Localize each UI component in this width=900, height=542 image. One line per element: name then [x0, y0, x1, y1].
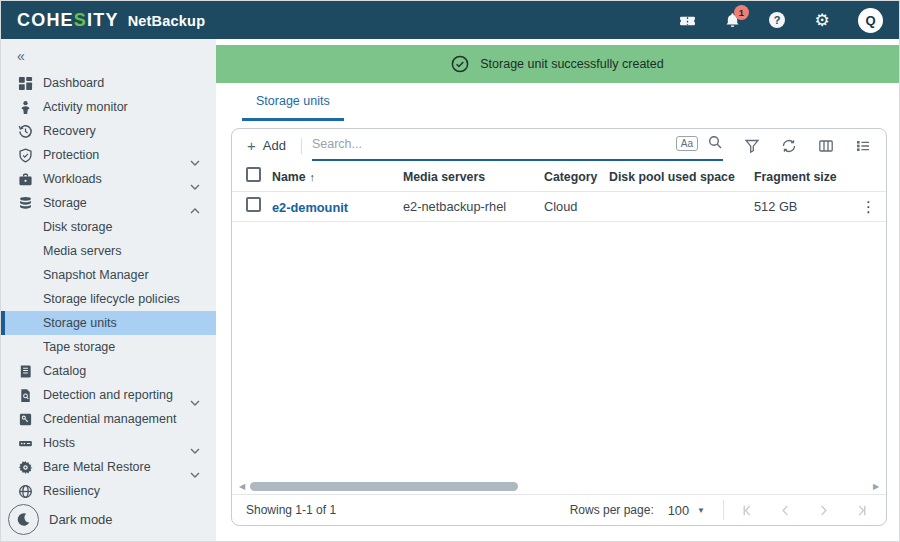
sidebar-item-resiliency[interactable]: Resiliency [1, 479, 216, 503]
column-header-disk-pool-used-space[interactable]: Disk pool used space [609, 170, 754, 184]
scrollbar-track[interactable] [247, 482, 871, 491]
cell-category: Cloud [544, 199, 609, 214]
scrollbar-thumb[interactable] [250, 482, 518, 491]
match-case-button[interactable]: Aa [676, 136, 698, 151]
filter-icon[interactable] [743, 137, 761, 155]
storage-unit-name-link[interactable]: e2-demounit [272, 200, 348, 215]
activity-monitor-icon [17, 99, 33, 115]
columns-icon[interactable] [817, 137, 835, 155]
sidebar-item-label: Catalog [43, 364, 86, 378]
refresh-icon[interactable] [780, 137, 798, 155]
dark-mode-toggle[interactable]: Dark mode [8, 504, 113, 535]
recovery-history-icon [17, 123, 33, 139]
select-all-checkbox[interactable] [246, 167, 261, 182]
sidebar-item-label: Storage [43, 196, 87, 210]
search-input[interactable] [312, 137, 667, 151]
user-avatar[interactable]: Q [858, 8, 883, 33]
column-header-fragment-size[interactable]: Fragment size [754, 170, 856, 184]
scroll-left-icon[interactable]: ◀ [237, 482, 247, 491]
netbackup-app: COHESITY NetBackup 1 ? ⚙ Q « Da [0, 0, 900, 542]
previous-page-icon[interactable] [778, 503, 792, 517]
sidebar-item-credential-management[interactable]: Credential management [1, 407, 216, 431]
table-empty-area [232, 222, 886, 479]
toolbar-icon-group [743, 137, 872, 155]
sidebar-item-dashboard[interactable]: Dashboard [1, 71, 216, 95]
column-header-media-servers[interactable]: Media servers [403, 170, 544, 184]
row-density-icon[interactable] [854, 137, 872, 155]
sidebar-item-label: Detection and reporting [43, 388, 173, 402]
sidebar-item-label: Storage lifecycle policies [43, 292, 180, 306]
sidebar-collapse-button[interactable]: « [1, 45, 216, 67]
next-page-icon[interactable] [816, 503, 830, 517]
rows-per-page-caret-icon[interactable]: ▼ [697, 506, 705, 515]
footer-right-group: Rows per page: 100 ▼ [570, 500, 874, 520]
brand-text: COHESITY [17, 10, 119, 31]
add-button[interactable]: + Add [242, 137, 291, 154]
sidebar-item-recovery[interactable]: Recovery [1, 119, 216, 143]
sidebar-item-catalog[interactable]: Catalog [1, 359, 216, 383]
sidebar-item-detection-and-reporting[interactable]: Detection and reporting [1, 383, 216, 407]
notifications-bell-icon[interactable]: 1 [723, 11, 741, 29]
sidebar-item-storage[interactable]: Storage [1, 191, 216, 215]
column-header-category[interactable]: Category [544, 170, 609, 184]
sidebar-item-label: Recovery [43, 124, 96, 138]
sidebar-item-snapshot-manager[interactable]: Snapshot Manager [1, 263, 216, 287]
moon-icon [8, 504, 39, 535]
sidebar-item-storage-lifecycle-policies[interactable]: Storage lifecycle policies [1, 287, 216, 311]
chevron-up-icon [190, 200, 200, 218]
tab-bar: Storage units [216, 83, 899, 121]
sidebar-item-tape-storage[interactable]: Tape storage [1, 335, 216, 359]
top-bar: COHESITY NetBackup 1 ? ⚙ Q [1, 1, 899, 39]
sidebar-nav: Dashboard Activity monitor Recovery Prot… [1, 71, 216, 503]
dashboard-icon [17, 75, 33, 91]
row-checkbox[interactable] [246, 197, 261, 212]
sidebar-item-workloads[interactable]: Workloads [1, 167, 216, 191]
settings-gear-icon[interactable]: ⚙ [813, 11, 831, 29]
last-page-icon[interactable] [854, 503, 868, 517]
sidebar: « Dashboard Activity monitor Recovery Pr… [1, 39, 216, 541]
sidebar-item-label: Storage units [43, 316, 117, 330]
cell-media-servers: e2-netbackup-rhel [403, 199, 544, 214]
cell-fragment-size: 512 GB [754, 199, 856, 214]
workloads-briefcase-icon [17, 171, 33, 187]
dark-mode-label: Dark mode [49, 512, 113, 527]
sort-ascending-icon: ↑ [310, 171, 316, 183]
bare-metal-restore-gear-icon [17, 459, 33, 475]
sidebar-item-bare-metal-restore[interactable]: Bare Metal Restore [1, 455, 216, 479]
table-toolbar: + Add Aa [232, 129, 886, 162]
scroll-right-icon[interactable]: ▶ [871, 482, 881, 491]
sidebar-item-label: Media servers [43, 244, 122, 258]
sidebar-item-label: Protection [43, 148, 99, 162]
footer-divider [723, 500, 724, 520]
sidebar-item-hosts[interactable]: Hosts [1, 431, 216, 455]
main-content: Storage unit successfully created Storag… [216, 39, 899, 541]
sidebar-item-storage-units[interactable]: Storage units [1, 311, 216, 335]
showing-count: Showing 1-1 of 1 [246, 503, 336, 517]
sidebar-item-label: Dashboard [43, 76, 104, 90]
tab-storage-units[interactable]: Storage units [242, 83, 344, 121]
resiliency-globe-icon [17, 483, 33, 499]
sidebar-item-activity-monitor[interactable]: Activity monitor [1, 95, 216, 119]
protection-shield-icon [17, 147, 33, 163]
sidebar-item-label: Tape storage [43, 340, 115, 354]
detection-report-icon [17, 387, 33, 403]
sidebar-item-label: Credential management [43, 412, 176, 426]
sidebar-item-media-servers[interactable]: Media servers [1, 239, 216, 263]
sidebar-item-disk-storage[interactable]: Disk storage [1, 215, 216, 239]
plus-icon: + [247, 137, 256, 154]
row-actions-kebab-icon[interactable]: ⋮ [861, 198, 876, 215]
sidebar-item-label: Snapshot Manager [43, 268, 149, 282]
search-icon[interactable] [707, 134, 723, 154]
sidebar-item-protection[interactable]: Protection [1, 143, 216, 167]
search-field: Aa [312, 131, 723, 161]
help-icon[interactable]: ? [768, 11, 786, 29]
brand-accent-letter: S [74, 10, 87, 30]
sidebar-item-label: Hosts [43, 436, 75, 450]
topbar-icon-group: 1 ? ⚙ Q [678, 8, 883, 33]
table-footer: Showing 1-1 of 1 Rows per page: 100 ▼ [232, 494, 886, 525]
first-page-icon[interactable] [740, 503, 754, 517]
toolbar-divider [301, 138, 302, 154]
license-ticket-icon[interactable] [678, 11, 696, 29]
column-header-name[interactable]: Name↑ [272, 170, 403, 184]
rows-per-page-select[interactable]: 100 [668, 503, 689, 518]
